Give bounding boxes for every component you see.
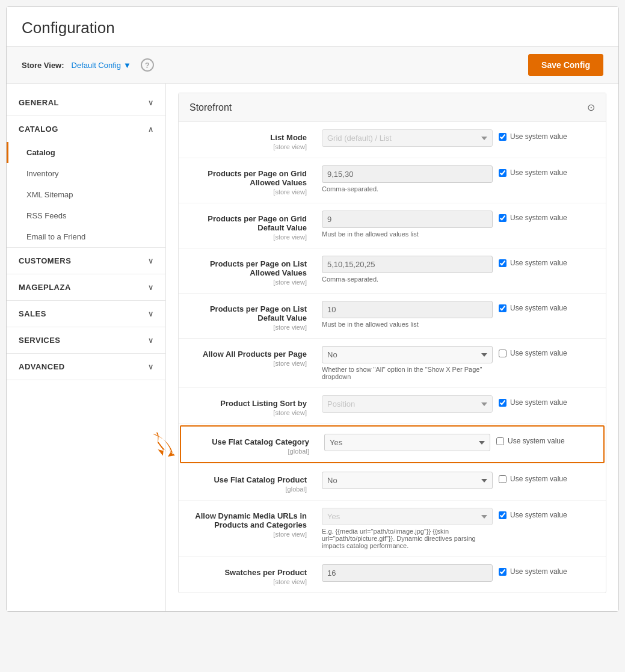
config-label-scope-use-flat-catalog-product: [global] [189, 486, 307, 493]
config-label-scope-products-per-page-list-default: [store view] [189, 324, 307, 331]
config-row-swatches-per-product: Swatches per Product [store view]Use sys… [179, 557, 606, 593]
sidebar-section-header-services[interactable]: SERVICES ∨ [7, 327, 165, 353]
config-hint-products-per-page-grid-allowed: Comma-separated. [322, 185, 493, 193]
system-value-label-list-mode: Use system value [510, 132, 567, 141]
system-value-label-products-per-page-grid-default: Use system value [510, 214, 567, 222]
config-select-allow-all-products[interactable]: NoYes [322, 346, 493, 363]
system-value-checkbox-products-per-page-grid-default[interactable] [499, 214, 506, 222]
system-value-checkbox-allow-all-products[interactable] [499, 350, 506, 357]
system-value-checkbox-products-per-page-list-default[interactable] [499, 304, 506, 312]
config-control-list-mode: Grid (default) / ListGrid OnlyList Only [322, 129, 493, 147]
chevron-catalog-icon: ∧ [148, 125, 154, 134]
config-label-scope-products-per-page-list-allowed: [store view] [189, 279, 307, 286]
config-label-scope-swatches-per-product: [store view] [189, 578, 307, 585]
system-value-checkbox-products-per-page-grid-allowed[interactable] [499, 169, 506, 177]
config-input-products-per-page-grid-default[interactable] [322, 211, 493, 228]
sidebar-item-email-friend[interactable]: Email to a Friend [7, 226, 165, 247]
sidebar-item-xml-sitemap[interactable]: XML Sitemap [7, 184, 165, 205]
sidebar-item-inventory[interactable]: Inventory [7, 163, 165, 184]
sidebar: GENERAL ∨CATALOG ∧CatalogInventoryXML Si… [7, 84, 166, 611]
system-value-label-products-per-page-list-allowed: Use system value [510, 259, 567, 267]
system-value-label-allow-dynamic-media-urls: Use system value [510, 511, 567, 519]
sidebar-section-mageplaza: MAGEPLAZA ∨ [7, 274, 165, 301]
sidebar-item-catalog[interactable]: Catalog [7, 142, 165, 163]
store-view-label: Store View: [22, 61, 64, 70]
sidebar-section-catalog: CATALOG ∧CatalogInventoryXML SitemapRSS … [7, 116, 165, 248]
sidebar-section-sales: SALES ∨ [7, 301, 165, 327]
help-icon[interactable]: ? [141, 58, 154, 72]
config-label-use-flat-catalog-category: Use Flat Catalog Category [global] [192, 434, 318, 455]
sidebar-section-label-customers: CUSTOMERS [19, 256, 71, 265]
chevron-sales-icon: ∨ [148, 310, 154, 318]
config-row-products-per-page-list-allowed: Products per Page on List Allowed Values… [179, 248, 606, 294]
config-label-text-allow-all-products: Allow All Products per Page [203, 350, 307, 359]
system-value-checkbox-product-listing-sort[interactable] [499, 399, 506, 407]
chevron-general-icon: ∨ [148, 99, 154, 107]
config-control-swatches-per-product [322, 564, 493, 582]
config-control-product-listing-sort: PositionNamePrice [322, 395, 493, 413]
system-value-label-allow-all-products: Use system value [510, 349, 567, 357]
system-value-label-products-per-page-list-default: Use system value [510, 304, 567, 312]
chevron-mageplaza-icon: ∨ [148, 283, 154, 292]
config-system-value-use-flat-catalog-category: Use system value [496, 434, 593, 445]
content-wrapper: GENERAL ∨CATALOG ∧CatalogInventoryXML Si… [7, 84, 618, 611]
system-value-checkbox-products-per-page-list-allowed[interactable] [499, 259, 506, 267]
config-input-products-per-page-grid-allowed[interactable] [322, 165, 493, 183]
config-label-text-products-per-page-list-default: Products per Page on List Default Value [210, 304, 307, 322]
system-value-checkbox-use-flat-catalog-category[interactable] [496, 437, 504, 445]
collapse-icon: ⊙ [587, 102, 595, 113]
config-select-product-listing-sort[interactable]: PositionNamePrice [322, 395, 493, 413]
config-row-products-per-page-grid-allowed: Products per Page on Grid Allowed Values… [179, 158, 606, 203]
config-system-value-swatches-per-product: Use system value [499, 564, 595, 576]
sidebar-section-header-general[interactable]: GENERAL ∨ [7, 90, 165, 116]
system-value-checkbox-swatches-per-product[interactable] [499, 568, 506, 576]
config-row-use-flat-catalog-category: Use Flat Catalog Category [global]YesNoU… [180, 425, 605, 463]
store-view-select[interactable]: Default Config ▼ [72, 61, 131, 70]
config-label-allow-dynamic-media-urls: Allow Dynamic Media URLs in Products and… [189, 508, 316, 538]
sidebar-section-label-general: GENERAL [19, 98, 59, 107]
config-row-allow-dynamic-media-urls: Allow Dynamic Media URLs in Products and… [179, 501, 606, 557]
sidebar-section-label-mageplaza: MAGEPLAZA [19, 283, 71, 292]
config-select-use-flat-catalog-category[interactable]: YesNo [324, 434, 490, 451]
storefront-panel-header[interactable]: Storefront ⊙ [179, 93, 606, 122]
config-system-value-products-per-page-list-default: Use system value [499, 301, 595, 312]
storefront-panel: Storefront ⊙ List Mode [store view]Grid … [178, 93, 606, 593]
sidebar-item-rss-feeds[interactable]: RSS Feeds [7, 205, 165, 226]
system-value-checkbox-use-flat-catalog-product[interactable] [499, 475, 506, 483]
config-label-text-allow-dynamic-media-urls: Allow Dynamic Media URLs in Products and… [195, 511, 307, 529]
config-control-allow-dynamic-media-urls: YesNoE.g. {{media url="path/to/image.jpg… [322, 508, 493, 549]
config-select-allow-dynamic-media-urls[interactable]: YesNo [322, 508, 493, 525]
system-value-label-swatches-per-product: Use system value [510, 567, 567, 576]
config-select-list-mode[interactable]: Grid (default) / ListGrid OnlyList Only [322, 129, 493, 147]
config-row-product-listing-sort: Product Listing Sort by [store view]Posi… [179, 388, 606, 424]
config-label-scope-products-per-page-grid-allowed: [store view] [189, 188, 307, 196]
config-row-products-per-page-list-default: Products per Page on List Default Value … [179, 294, 606, 339]
sidebar-section-header-advanced[interactable]: ADVANCED ∨ [7, 354, 165, 380]
config-input-products-per-page-list-default[interactable] [322, 301, 493, 318]
sidebar-section-header-sales[interactable]: SALES ∨ [7, 301, 165, 327]
highlight-arrow-icon [148, 433, 181, 461]
chevron-advanced-icon: ∨ [148, 363, 154, 371]
config-label-text-products-per-page-grid-allowed: Products per Page on Grid Allowed Values [208, 169, 307, 187]
config-system-value-allow-all-products: Use system value [499, 346, 595, 357]
config-input-products-per-page-list-allowed[interactable] [322, 256, 493, 273]
sidebar-section-customers: CUSTOMERS ∨ [7, 248, 165, 274]
config-input-swatches-per-product[interactable] [322, 564, 493, 582]
sidebar-section-label-services: SERVICES [19, 336, 61, 345]
sidebar-section-header-mageplaza[interactable]: MAGEPLAZA ∨ [7, 274, 165, 300]
sidebar-section-header-customers[interactable]: CUSTOMERS ∨ [7, 248, 165, 274]
system-value-checkbox-allow-dynamic-media-urls[interactable] [499, 511, 506, 519]
system-value-checkbox-list-mode[interactable] [499, 133, 506, 141]
save-config-button[interactable]: Save Config [528, 54, 603, 76]
sidebar-section-header-catalog[interactable]: CATALOG ∧ [7, 116, 165, 142]
config-system-value-products-per-page-grid-allowed: Use system value [499, 165, 595, 177]
chevron-services-icon: ∨ [148, 336, 154, 345]
config-label-scope-product-listing-sort: [store view] [189, 409, 307, 416]
config-label-use-flat-catalog-product: Use Flat Catalog Product [global] [189, 472, 316, 493]
config-row-list-mode: List Mode [store view]Grid (default) / L… [179, 122, 606, 158]
system-value-label-use-flat-catalog-product: Use system value [510, 475, 567, 483]
config-label-text-use-flat-catalog-category: Use Flat Catalog Category [212, 437, 309, 446]
config-hint-products-per-page-list-default: Must be in the allowed values list [322, 321, 493, 328]
config-select-use-flat-catalog-product[interactable]: YesNo [322, 472, 493, 489]
config-label-scope-allow-dynamic-media-urls: [store view] [189, 531, 307, 538]
